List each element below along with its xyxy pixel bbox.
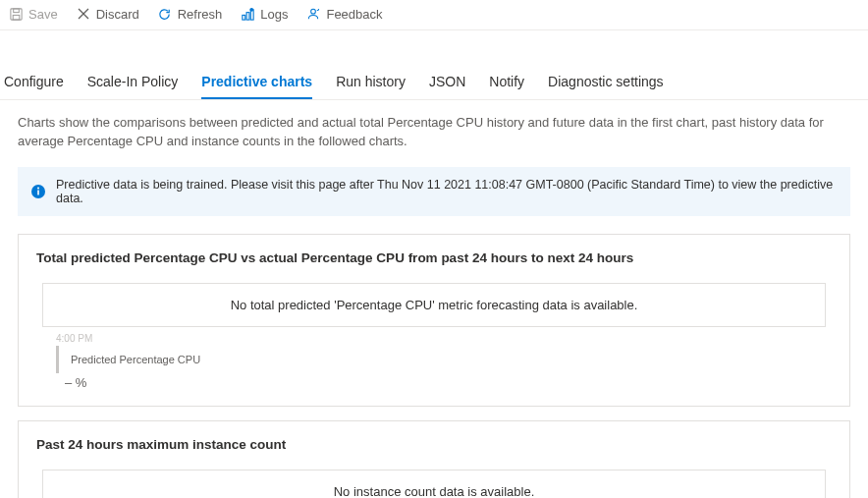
toolbar: Save Discard Refresh Logs Feedback — [0, 0, 868, 30]
chart-stub: 4:00 PM Predicted Percentage CPU – % — [36, 333, 832, 390]
panel-title: Past 24 hours maximum instance count — [36, 437, 832, 452]
info-banner-text: Predictive data is being trained. Please… — [56, 178, 838, 205]
info-banner: Predictive data is being trained. Please… — [18, 167, 850, 216]
tab-diagnostic-settings[interactable]: Diagnostic settings — [548, 74, 664, 99]
panel-instance-count: Past 24 hours maximum instance count No … — [18, 420, 850, 498]
info-icon — [30, 184, 46, 199]
tab-scale-in-policy[interactable]: Scale-In Policy — [87, 74, 179, 99]
empty-message-card: No total predicted 'Percentage CPU' metr… — [42, 283, 826, 327]
tab-notify[interactable]: Notify — [489, 74, 524, 99]
feedback-button[interactable]: Feedback — [305, 6, 382, 22]
refresh-icon — [157, 6, 173, 22]
save-icon — [8, 6, 24, 22]
discard-button[interactable]: Discard — [76, 6, 139, 22]
refresh-label: Refresh — [178, 7, 223, 22]
logs-label: Logs — [260, 7, 288, 22]
legend-value: – % — [56, 375, 832, 390]
legend-color-bar — [56, 346, 59, 373]
tabs: Configure Scale-In Policy Predictive cha… — [0, 60, 868, 100]
empty-message-card: No instance count data is available. — [42, 470, 826, 498]
feedback-icon — [305, 6, 321, 22]
svg-rect-0 — [10, 8, 21, 19]
axis-time-label: 4:00 PM — [56, 333, 832, 344]
logs-button[interactable]: Logs — [240, 6, 288, 22]
refresh-button[interactable]: Refresh — [157, 6, 223, 22]
discard-label: Discard — [96, 7, 139, 22]
tab-predictive-charts[interactable]: Predictive charts — [201, 74, 312, 99]
svg-rect-11 — [37, 190, 39, 194]
svg-point-12 — [37, 187, 39, 189]
tab-run-history[interactable]: Run history — [336, 74, 406, 99]
svg-rect-6 — [246, 12, 249, 20]
panel-predicted-cpu: Total predicted Percentage CPU vs actual… — [18, 234, 850, 407]
svg-rect-5 — [243, 15, 245, 20]
svg-rect-1 — [13, 8, 19, 12]
legend-label: Predicted Percentage CPU — [71, 354, 200, 365]
page-description: Charts show the comparisons between pred… — [18, 114, 850, 151]
svg-rect-2 — [13, 15, 20, 20]
logs-icon — [240, 6, 255, 22]
save-label: Save — [28, 7, 58, 22]
svg-point-8 — [249, 7, 253, 11]
svg-point-9 — [311, 9, 316, 14]
panel-title: Total predicted Percentage CPU vs actual… — [36, 250, 832, 265]
feedback-label: Feedback — [326, 7, 382, 22]
save-button[interactable]: Save — [8, 6, 58, 22]
content: Charts show the comparisons between pred… — [0, 100, 868, 498]
close-icon — [76, 6, 91, 22]
tab-json[interactable]: JSON — [429, 74, 465, 99]
tab-configure[interactable]: Configure — [4, 74, 64, 99]
